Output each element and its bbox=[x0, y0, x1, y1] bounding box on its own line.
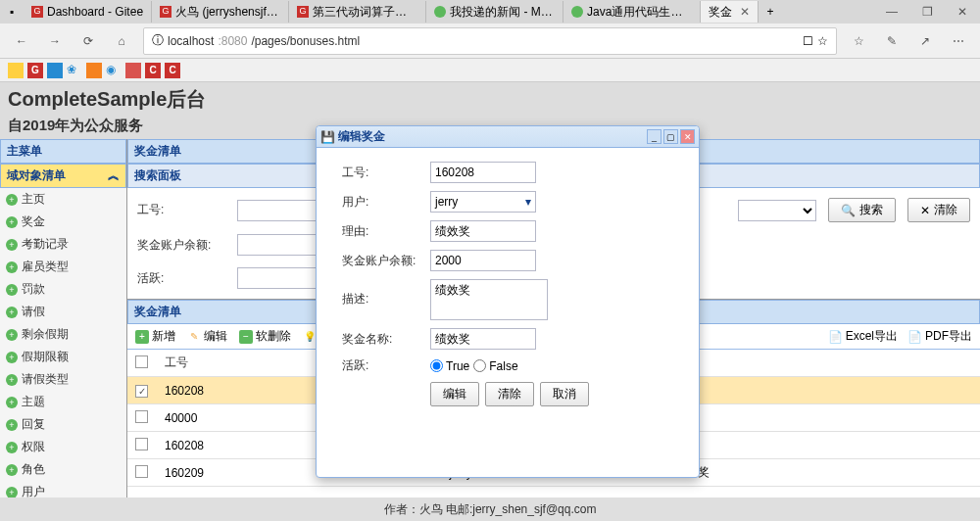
sidebar-item[interactable]: +罚款 bbox=[0, 278, 126, 301]
sidebar-item[interactable]: +雇员类型 bbox=[0, 256, 126, 278]
search-select[interactable] bbox=[738, 200, 816, 221]
radio-true[interactable]: True bbox=[430, 359, 469, 373]
url-bar[interactable]: ⓘ localhost:8080/pages/bonuses.html ☐ ☆ bbox=[143, 27, 837, 55]
dialog-minimize-button[interactable]: _ bbox=[647, 129, 662, 144]
pdf-export-button[interactable]: 📄PDF导出 bbox=[907, 328, 972, 345]
sidebar-item[interactable]: +主题 bbox=[0, 391, 126, 413]
fav-icon[interactable]: ☆ bbox=[847, 29, 870, 53]
sidebar: 主菜单 域对象清单︽ +主页+奖金+考勤记录+雇员类型+罚款+请假+剩余假期+假… bbox=[0, 139, 127, 511]
dialog-edit-button[interactable]: 编辑 bbox=[430, 382, 479, 406]
bookmark-1[interactable] bbox=[8, 63, 24, 78]
browser-tab-strip: ▪ GDashboard - Gitee G火鸟 (jerryshensjf) … bbox=[0, 0, 980, 24]
tab-3[interactable]: 我投递的新闻 - MS&A( bbox=[426, 1, 564, 23]
dialog-clear-button[interactable]: 清除 bbox=[485, 382, 534, 406]
fld-reason-input[interactable] bbox=[430, 220, 536, 242]
fld-balance-input[interactable] bbox=[430, 250, 536, 271]
fld-name-label: 奖金名称: bbox=[342, 331, 430, 348]
dialog-cancel-button[interactable]: 取消 bbox=[540, 382, 589, 406]
bookmark-bar: G ❀ ◉ C C bbox=[0, 59, 980, 82]
gitee-icon: G bbox=[31, 6, 43, 18]
sidebar-item[interactable]: +主页 bbox=[0, 188, 126, 211]
home-button[interactable]: ⌂ bbox=[110, 29, 133, 53]
row-checkbox[interactable] bbox=[135, 410, 148, 423]
fld-desc-textarea[interactable] bbox=[430, 279, 548, 320]
sidebar-main-header[interactable]: 主菜单 bbox=[0, 139, 126, 164]
plus-icon: + bbox=[6, 194, 18, 206]
gitee-icon: G bbox=[297, 6, 309, 18]
plus-icon: + bbox=[6, 284, 18, 296]
window-close-button[interactable]: ✕ bbox=[949, 2, 976, 22]
bookmark-8[interactable]: C bbox=[145, 63, 161, 78]
sidebar-item[interactable]: +权限 bbox=[0, 436, 126, 458]
bookmark-9[interactable]: C bbox=[165, 63, 180, 78]
bookmark-3[interactable] bbox=[47, 63, 63, 78]
row-checkbox[interactable] bbox=[135, 465, 148, 478]
window-minimize-button[interactable]: — bbox=[878, 2, 906, 22]
reader-icon[interactable]: ☐ bbox=[803, 34, 813, 48]
tab-0[interactable]: GDashboard - Gitee bbox=[24, 1, 152, 23]
sidebar-item[interactable]: +剩余假期 bbox=[0, 323, 126, 346]
plus-icon: + bbox=[6, 352, 18, 363]
search-button[interactable]: 🔍搜索 bbox=[828, 198, 896, 222]
bookmark-7[interactable] bbox=[125, 63, 141, 78]
dialog-maximize-button[interactable]: ▢ bbox=[663, 129, 678, 144]
bookmark-star-icon[interactable]: ☆ bbox=[817, 34, 828, 48]
forward-button[interactable]: → bbox=[43, 29, 67, 53]
excel-export-button[interactable]: 📄Excel导出 bbox=[828, 328, 898, 345]
excel-icon: 📄 bbox=[828, 330, 843, 344]
save-icon: 💾 bbox=[320, 130, 335, 144]
row-checkbox[interactable] bbox=[135, 385, 148, 398]
back-button[interactable]: ← bbox=[10, 29, 33, 53]
fld-name-input[interactable] bbox=[430, 328, 536, 350]
sidebar-item[interactable]: +角色 bbox=[0, 458, 126, 481]
tab-4[interactable]: Java通用代码生成器光 bbox=[564, 1, 701, 23]
site-info-icon[interactable]: ⓘ bbox=[152, 32, 164, 49]
window-maximize-button[interactable]: ❐ bbox=[913, 2, 941, 22]
edit-icon[interactable]: ✎ bbox=[880, 29, 904, 53]
site-icon bbox=[571, 6, 583, 18]
pdf-icon: 📄 bbox=[907, 330, 922, 344]
bookmark-2[interactable]: G bbox=[27, 63, 43, 78]
col-reason[interactable]: 理由 bbox=[655, 350, 980, 377]
plus-icon: + bbox=[6, 329, 18, 341]
clear-button[interactable]: ✕清除 bbox=[907, 198, 970, 222]
minus-icon: − bbox=[239, 330, 253, 344]
plus-icon: + bbox=[6, 216, 18, 228]
bookmark-5[interactable] bbox=[86, 63, 102, 78]
plus-icon: + bbox=[6, 261, 18, 273]
plus-icon: + bbox=[6, 487, 18, 498]
tab-5-active[interactable]: 奖金✕ bbox=[701, 1, 759, 23]
edit-button[interactable]: ✎编辑 bbox=[187, 328, 227, 345]
fld-user-select[interactable]: jerry▾ bbox=[430, 191, 536, 213]
sidebar-item[interactable]: +回复 bbox=[0, 413, 126, 436]
search-active-label: 活跃: bbox=[137, 270, 225, 287]
sidebar-item[interactable]: +请假类型 bbox=[0, 368, 126, 391]
plus-icon: + bbox=[6, 307, 18, 318]
tab-2[interactable]: G第三代动词算子式代码 bbox=[289, 1, 426, 23]
row-checkbox[interactable] bbox=[135, 438, 148, 450]
share-icon[interactable]: ↗ bbox=[913, 29, 937, 53]
reload-button[interactable]: ⟳ bbox=[76, 29, 100, 53]
collapse-icon[interactable]: ︽ bbox=[108, 167, 120, 184]
close-tab-icon[interactable]: ✕ bbox=[740, 5, 750, 19]
add-button[interactable]: +新增 bbox=[135, 328, 175, 345]
plus-icon: + bbox=[6, 239, 18, 251]
sidebar-item[interactable]: +请假 bbox=[0, 301, 126, 323]
sidebar-item[interactable]: +奖金 bbox=[0, 211, 126, 233]
select-all-checkbox[interactable] bbox=[135, 355, 148, 368]
tab-1[interactable]: G火鸟 (jerryshensjf) - Git bbox=[152, 1, 289, 23]
dialog-close-button[interactable]: ✕ bbox=[680, 129, 695, 144]
sidebar-item[interactable]: +假期限额 bbox=[0, 346, 126, 368]
system-menu-icon[interactable]: ▪ bbox=[4, 4, 20, 20]
new-tab-button[interactable]: + bbox=[759, 1, 782, 23]
edit-dialog: 💾编辑奖金 _ ▢ ✕ 工号: 用户:jerry▾ 理由: 奖金账户余额: 描述… bbox=[316, 125, 700, 478]
bookmark-4[interactable]: ❀ bbox=[67, 63, 82, 78]
menu-icon[interactable]: ⋯ bbox=[947, 29, 970, 53]
bookmark-6[interactable]: ◉ bbox=[106, 63, 122, 78]
softdelete-button[interactable]: −软删除 bbox=[239, 328, 291, 345]
dialog-header[interactable]: 💾编辑奖金 _ ▢ ✕ bbox=[317, 126, 699, 148]
radio-false[interactable]: False bbox=[473, 359, 517, 373]
fld-id-input[interactable] bbox=[430, 162, 536, 183]
sidebar-domain-header[interactable]: 域对象清单︽ bbox=[0, 164, 126, 188]
sidebar-item[interactable]: +考勤记录 bbox=[0, 233, 126, 256]
